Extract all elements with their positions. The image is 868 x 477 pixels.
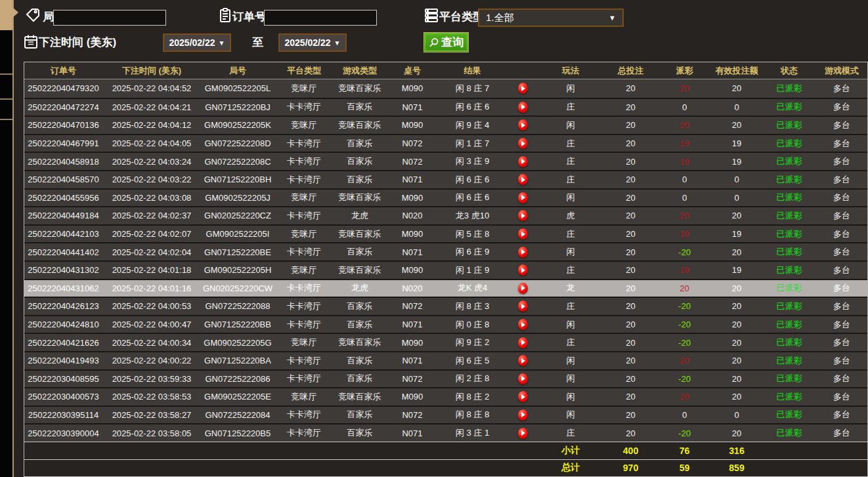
game-mode-cell: 多台 [815, 117, 868, 134]
replay-icon[interactable] [518, 119, 528, 131]
calendar-icon [23, 33, 39, 49]
table-row[interactable]: 250222040424810 2025-02-22 04:00:47 GN07… [24, 315, 867, 333]
round-no-cell: GM0902522205G [201, 334, 274, 351]
table-row[interactable]: 250222040458918 2025-02-22 04:03:24 GN07… [24, 152, 867, 170]
result-cell: 闲 2 庄 8 [439, 371, 506, 388]
round-no-cell: GN071252220BJ [201, 99, 274, 116]
result-cell: 闲 6 庄 6 [439, 99, 506, 116]
replay-icon[interactable] [518, 247, 528, 258]
status-badge: 已派彩 [764, 334, 815, 351]
table-row[interactable]: 250222030390004 2025-02-22 03:58:05 GN07… [24, 423, 867, 442]
table-no-cell: N071 [386, 425, 439, 442]
play-type-cell: 闲 [539, 407, 602, 424]
replay-icon[interactable] [518, 283, 528, 294]
replay-icon[interactable] [518, 355, 528, 366]
platform-type-select[interactable]: 1.全部 ▼ [478, 9, 624, 27]
total-bet-cell: 20 [602, 153, 659, 170]
date-to-picker[interactable]: 2025/02/22 ▼ [278, 33, 347, 52]
table-row[interactable]: 250222040442103 2025-02-22 04:02:07 GM09… [24, 224, 867, 243]
order-no-cell: 250222030400573 [24, 388, 102, 405]
replay-icon[interactable] [518, 319, 528, 330]
result-cell: 闲 8 庄 8 [439, 407, 506, 424]
replay-cell [506, 153, 539, 170]
play-type-cell: 庄 [539, 334, 602, 351]
valid-bet-cell: 19 [710, 262, 764, 279]
order-no-cell: 250222040421626 [24, 334, 102, 351]
table-row[interactable]: 250222040455956 2025-02-22 04:03:08 GM09… [24, 188, 867, 207]
table-row[interactable]: 250222040426123 2025-02-22 04:00:53 GN07… [24, 297, 867, 315]
replay-icon[interactable] [518, 428, 528, 439]
replay-icon[interactable] [518, 391, 528, 402]
total-bet-cell: 20 [602, 388, 659, 405]
replay-icon[interactable] [518, 264, 528, 276]
order-no-cell: 250222040470136 [24, 117, 102, 134]
result-cell: 闲 3 庄 1 [439, 425, 506, 442]
table-row[interactable]: 250222040449184 2025-02-22 04:02:37 GN02… [24, 206, 867, 224]
status-badge: 已派彩 [764, 79, 815, 98]
table-row[interactable]: 250222040470136 2025-02-22 04:04:12 GM09… [24, 115, 867, 134]
replay-icon[interactable] [518, 409, 528, 421]
bet-time-cell: 2025-02-22 04:02:07 [102, 226, 201, 243]
table-row[interactable]: 250222040421626 2025-02-22 04:00:34 GM09… [24, 333, 867, 351]
order-no-cell: 250222030390004 [24, 425, 102, 442]
replay-icon[interactable] [518, 301, 528, 312]
replay-icon[interactable] [518, 138, 528, 149]
table-row[interactable]: 250222040419493 2025-02-22 04:00:22 GN07… [24, 351, 867, 369]
table-row[interactable]: 250222040472274 2025-02-22 04:04:21 GN07… [24, 98, 867, 116]
date-from-picker[interactable]: 2025/02/22 ▼ [163, 33, 231, 52]
status-badge: 已派彩 [764, 298, 815, 315]
table-no-cell: N072 [386, 407, 439, 424]
order-no-input[interactable] [264, 10, 377, 26]
replay-icon[interactable] [518, 174, 528, 185]
table-row[interactable]: 250222030400573 2025-02-22 03:58:53 GM09… [24, 387, 867, 405]
table-row[interactable]: 250222030408595 2025-02-22 03:59:33 GN07… [24, 369, 867, 388]
replay-icon[interactable] [518, 102, 528, 113]
table-row[interactable]: 250222040458570 2025-02-22 04:03:22 GN07… [24, 170, 867, 188]
replay-icon[interactable] [518, 373, 528, 384]
round-no-input[interactable] [53, 10, 166, 26]
order-no-cell: 250222030408595 [24, 371, 102, 388]
payout-cell: 20 [659, 280, 710, 297]
table-row[interactable]: 250222040467991 2025-02-22 04:04:05 GN07… [24, 134, 867, 152]
replay-icon[interactable] [518, 83, 528, 94]
play-type-cell: 庄 [539, 298, 602, 315]
column-header: 游戏模式 [815, 62, 868, 79]
table-row[interactable]: 250222040441402 2025-02-22 04:02:04 GN07… [24, 242, 867, 260]
table-row[interactable]: 250222040431302 2025-02-22 04:01:18 GM09… [24, 260, 867, 279]
replay-icon[interactable] [518, 337, 528, 348]
replay-icon[interactable] [518, 156, 528, 167]
game-type-cell: 竞咪百家乐 [334, 262, 386, 279]
bet-time-cell: 2025-02-22 04:01:18 [102, 262, 201, 279]
game-mode-cell: 多台 [815, 79, 868, 98]
total-bet-cell: 20 [602, 298, 659, 315]
replay-icon[interactable] [518, 210, 528, 221]
clipboard-icon [217, 7, 233, 23]
table-row[interactable]: 250222040431062 2025-02-22 04:01:16 GN02… [24, 279, 867, 297]
game-type-cell: 百家乐 [334, 298, 386, 315]
bet-time-label: 下注时间 (美东) [39, 35, 116, 50]
table-row[interactable]: 250222040479320 2025-02-22 04:04:52 GM09… [24, 79, 867, 98]
replay-icon[interactable] [518, 228, 528, 239]
round-no-cell: GN020252220CW [201, 280, 274, 297]
subtotal-valid: 316 [710, 442, 764, 459]
bet-time-cell: 2025-02-22 04:03:24 [102, 153, 201, 170]
status-badge: 已派彩 [764, 190, 815, 207]
replay-icon[interactable] [518, 192, 528, 203]
search-button[interactable]: 查询 [423, 32, 469, 52]
game-mode-cell: 多台 [815, 425, 868, 442]
replay-cell [506, 316, 539, 333]
total-bet-cell: 20 [602, 371, 659, 388]
subtotal-payout: 76 [659, 442, 710, 459]
table-row[interactable]: 250222030395114 2025-02-22 03:58:27 GN07… [24, 405, 867, 424]
order-no-cell: 250222040449184 [24, 207, 102, 224]
valid-bet-cell: 20 [710, 243, 764, 260]
replay-cell [506, 280, 539, 297]
result-cell: 闲 9 庄 2 [439, 334, 506, 351]
chevron-down-icon: ▼ [609, 14, 616, 22]
bet-time-cell: 2025-02-22 04:04:52 [102, 79, 201, 98]
order-no-cell: 250222040441402 [24, 243, 102, 260]
column-header: 订单号 [24, 62, 102, 79]
result-cell: 闲 3 庄 9 [439, 153, 506, 170]
result-cell: 闲 8 庄 3 [439, 298, 506, 315]
round-no-cell: GM0902522205K [201, 117, 274, 134]
